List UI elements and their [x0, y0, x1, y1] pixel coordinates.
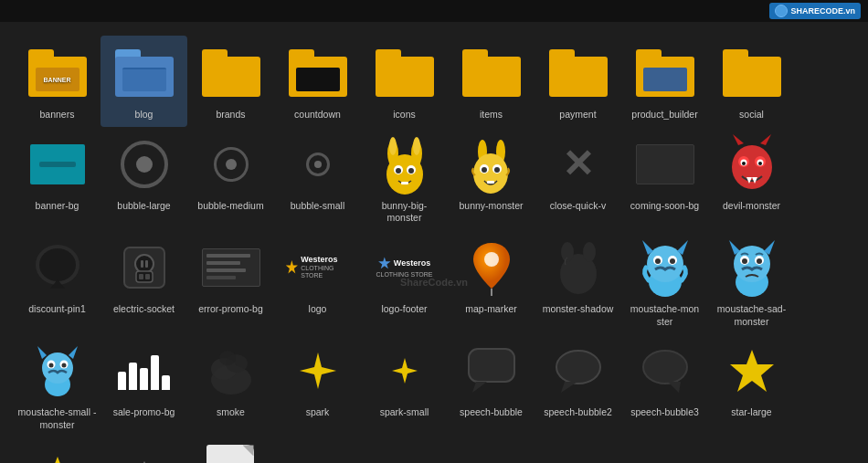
- item-label-payment: payment: [559, 109, 596, 121]
- item-payment[interactable]: payment: [535, 36, 621, 127]
- svg-rect-38: [145, 260, 148, 268]
- item-spark[interactable]: spark: [274, 333, 361, 437]
- svg-point-66: [48, 363, 53, 368]
- item-speech-bubble3[interactable]: speech-bubble3: [621, 333, 708, 437]
- icon-sale-promo-bg: [112, 339, 176, 403]
- icon-bubble-medium: [199, 132, 263, 196]
- item-thumbs[interactable]: ⚙⚙ Thumbs: [187, 437, 274, 463]
- svg-marker-80: [730, 350, 774, 392]
- item-label-spark: spark: [306, 406, 330, 419]
- item-logo[interactable]: Westeros CLOTHING STORE logo: [274, 230, 361, 333]
- item-label-moustache-monster: moustache-mon ster: [625, 303, 704, 328]
- item-moustache-monster[interactable]: moustache-mon ster: [621, 230, 708, 333]
- item-map-marker[interactable]: map-marker: [448, 230, 535, 333]
- svg-point-20: [732, 145, 772, 189]
- item-blog[interactable]: blog: [101, 36, 187, 127]
- item-devil-monster[interactable]: devil-monster: [708, 127, 795, 230]
- item-label-map-marker: map-marker: [465, 303, 517, 316]
- icon-close-quick-v: ✕: [546, 132, 610, 196]
- item-sale-promo-bg[interactable]: sale-promo-bg: [101, 333, 187, 437]
- item-moustache-small-monster[interactable]: moustache-small -monster: [14, 333, 101, 437]
- svg-marker-75: [472, 382, 487, 393]
- icon-bubble-small: [286, 132, 350, 196]
- icon-smoke: [199, 339, 263, 403]
- svg-rect-34: [136, 271, 153, 282]
- item-label-social: social: [739, 109, 764, 121]
- item-close-quick-v[interactable]: ✕ close-quick-v: [535, 127, 621, 230]
- item-banners[interactable]: BANNER banners: [14, 36, 101, 127]
- svg-rect-36: [145, 274, 150, 279]
- item-label-star-large: star-large: [731, 406, 771, 419]
- svg-point-33: [135, 255, 153, 273]
- item-label-electric-socket: electric-socket: [113, 303, 175, 316]
- item-monster-shadow[interactable]: monster-shadow: [535, 230, 621, 333]
- item-speech-bubble2[interactable]: speech-bubble2: [535, 333, 621, 437]
- svg-point-71: [219, 351, 236, 365]
- item-bubble-small[interactable]: bubble-small: [274, 127, 361, 230]
- top-bar: SHARECODE.vn: [0, 0, 868, 22]
- item-star-large[interactable]: star-large: [708, 333, 795, 437]
- item-countdown[interactable]: countdown: [274, 36, 361, 127]
- item-label-speech-bubble: speech-bubble: [460, 406, 523, 419]
- item-electric-socket[interactable]: electric-socket: [101, 230, 187, 333]
- item-social[interactable]: social: [708, 36, 795, 127]
- svg-point-12: [473, 153, 508, 194]
- icon-spark-small: [373, 339, 437, 403]
- svg-rect-17: [487, 181, 494, 184]
- item-bunny-big-monster[interactable]: bunny-big-monster: [361, 127, 448, 230]
- item-error-promo-bg[interactable]: error-promo-bg: [187, 230, 274, 333]
- svg-point-51: [670, 258, 675, 264]
- item-icons[interactable]: icons: [361, 36, 448, 127]
- svg-marker-73: [392, 358, 418, 384]
- item-label-icons: icons: [393, 109, 416, 121]
- icon-speech-bubble2: [546, 339, 610, 403]
- icon-star-small: [112, 442, 176, 463]
- item-label-bunny-big-monster: bunny-big-monster: [365, 200, 444, 225]
- item-banner-bg[interactable]: banner-bg: [14, 127, 101, 230]
- svg-marker-79: [668, 382, 681, 393]
- item-discount-pin1[interactable]: discount-pin1: [14, 230, 101, 333]
- item-label-logo: logo: [309, 303, 327, 316]
- svg-marker-63: [69, 346, 78, 359]
- icon-speech-bubble: [460, 339, 524, 403]
- icon-map-marker: [460, 236, 524, 300]
- svg-point-16: [494, 167, 500, 173]
- icon-bunny-big-monster: [373, 132, 437, 196]
- item-coming-soon-bg[interactable]: coming-soon-bg: [621, 127, 708, 230]
- svg-rect-74: [469, 349, 514, 382]
- item-speech-bubble[interactable]: speech-bubble: [448, 333, 535, 437]
- folder-icon-banners: BANNER: [26, 41, 90, 105]
- folder-icon-blog: [112, 41, 176, 105]
- item-spark-small[interactable]: spark-small: [361, 333, 448, 437]
- item-label-bubble-small: bubble-small: [291, 200, 345, 213]
- item-label-brands: brands: [216, 109, 245, 121]
- item-label-bunny-monster: bunny-monster: [459, 200, 523, 213]
- item-bunny-monster[interactable]: bunny-monster: [448, 127, 535, 230]
- item-star-medium[interactable]: star-medium: [14, 437, 101, 463]
- icon-moustache-small-monster: [26, 339, 90, 403]
- icon-moustache-monster: [633, 236, 697, 300]
- item-label-sale-promo-bg: sale-promo-bg: [113, 406, 175, 419]
- icon-error-promo-bg: [199, 236, 263, 300]
- icon-logo: Westeros CLOTHING STORE: [286, 236, 350, 300]
- svg-point-26: [758, 162, 762, 165]
- svg-marker-18: [733, 134, 744, 145]
- sharecode-badge-text: SHARECODE.vn: [790, 6, 855, 16]
- item-logo-footer[interactable]: Westeros CLOTHING STORE logo-footer: [361, 230, 448, 333]
- svg-point-78: [643, 351, 687, 384]
- file-browser: ShareCode.vn BANNER banners: [0, 22, 868, 463]
- item-label-countdown: countdown: [294, 109, 341, 121]
- item-moustache-sad-monster[interactable]: moustache-sad- monster: [708, 230, 795, 333]
- item-product-builder[interactable]: product_builder: [621, 36, 708, 127]
- item-items[interactable]: items: [448, 36, 535, 127]
- item-star-small[interactable]: star-small: [101, 437, 187, 463]
- icon-spark: [286, 339, 350, 403]
- icon-bubble-large: [112, 132, 176, 196]
- item-label-moustache-sad-monster: moustache-sad- monster: [712, 303, 791, 328]
- item-label-product-builder: product_builder: [631, 109, 697, 121]
- item-brands[interactable]: brands: [187, 36, 274, 127]
- item-bubble-large[interactable]: bubble-large: [101, 127, 187, 230]
- item-smoke[interactable]: smoke: [187, 333, 274, 437]
- svg-point-59: [757, 258, 762, 264]
- item-bubble-medium[interactable]: bubble-medium: [187, 127, 274, 230]
